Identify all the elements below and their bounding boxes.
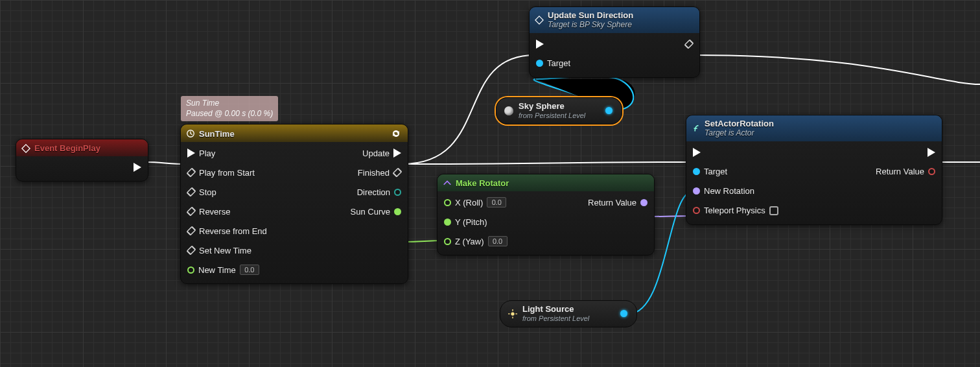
node-title: Make Rotator [456,178,509,188]
pin-new-time[interactable]: New Time0.0 [187,263,267,277]
ref-title: Sky Sphere [519,102,585,112]
event-icon [21,144,30,153]
node-make-rotator[interactable]: Make Rotator X (Roll)0.0 Y (Pitch) Z (Ya… [437,174,655,255]
pin-return-value[interactable]: Return Value [588,195,648,209]
x-value[interactable]: 0.0 [487,197,506,207]
node-header: Make Rotator [438,174,654,191]
node-title: Update Sun Direction [548,11,633,21]
loop-icon [391,128,401,139]
exec-out-pin[interactable] [134,160,141,174]
pin-direction[interactable]: Direction [357,185,401,199]
rotator-icon [443,179,452,188]
pin-teleport-physics[interactable]: Teleport Physics [693,204,778,218]
ref-title: Light Source [522,305,589,314]
node-header: Update Sun Direction Target is BP Sky Sp… [530,7,699,33]
node-sky-sphere-ref[interactable]: Sky Sphere from Persistent Level [496,97,622,124]
pin-z-yaw[interactable]: Z (Yaw)0.0 [444,234,508,248]
pin-x-roll[interactable]: X (Roll)0.0 [444,195,508,209]
ref-subtitle: from Persistent Level [522,314,589,323]
exec-in-pin[interactable] [536,37,570,51]
node-header: SetActorRotation Target is Actor [686,115,942,141]
pin-y-pitch[interactable]: Y (Pitch) [444,215,508,229]
pin-sun-curve[interactable]: Sun Curve [351,204,401,219]
exec-out-pin[interactable] [928,145,935,160]
ref-subtitle: from Persistent Level [519,112,585,120]
light-icon [508,309,517,318]
new-time-value[interactable]: 0.0 [240,265,259,275]
pin-new-rotation[interactable]: New Rotation [693,184,778,198]
ref-out-pin[interactable] [605,107,612,114]
teleport-checkbox[interactable] [769,206,778,215]
sphere-icon [504,106,513,115]
clock-icon [186,129,195,138]
node-subtitle: Target is BP Sky Sphere [548,21,633,30]
pin-target[interactable]: Target [693,165,778,179]
z-value[interactable]: 0.0 [488,236,508,246]
pin-play[interactable]: Play [187,146,267,160]
function-f-icon [692,124,701,133]
node-subtitle: Target is Actor [705,129,774,138]
node-header: Event BeginPlay [16,139,148,156]
tooltip-title: Sun Time [186,99,273,109]
node-update-sun-direction[interactable]: Update Sun Direction Target is BP Sky Sp… [529,6,700,78]
pin-reverse[interactable]: Reverse [187,204,267,219]
node-title: SetActorRotation [705,119,774,129]
node-title: SunTime [199,129,235,139]
pin-set-new-time[interactable]: Set New Time [187,243,267,257]
pin-target[interactable]: Target [536,56,570,71]
pin-reverse-from-end[interactable]: Reverse from End [187,224,267,238]
pin-finished[interactable]: Finished [358,165,401,180]
pin-return-value[interactable]: Return Value [876,165,935,179]
exec-in-pin[interactable] [693,145,778,160]
svg-point-1 [511,312,514,315]
node-light-source-ref[interactable]: Light Source from Persistent Level [500,300,637,327]
node-suntime[interactable]: SunTime Play Play from Start Stop Revers… [180,124,408,284]
timeline-tooltip: Sun Time Paused @ 0.00 s (0.0 %) [181,96,278,121]
function-icon [535,16,544,25]
pin-stop[interactable]: Stop [187,185,267,199]
node-set-actor-rotation[interactable]: SetActorRotation Target is Actor Target … [686,115,942,225]
pin-update[interactable]: Update [362,146,401,160]
tooltip-status: Paused @ 0.00 s (0.0 %) [186,109,273,119]
node-event-beginplay[interactable]: Event BeginPlay [16,139,148,182]
ref-out-pin[interactable] [620,310,627,317]
node-title: Event BeginPlay [34,143,100,153]
exec-out-pin[interactable] [685,37,693,51]
node-header: SunTime [181,124,408,142]
pin-play-from-start[interactable]: Play from Start [187,165,267,180]
